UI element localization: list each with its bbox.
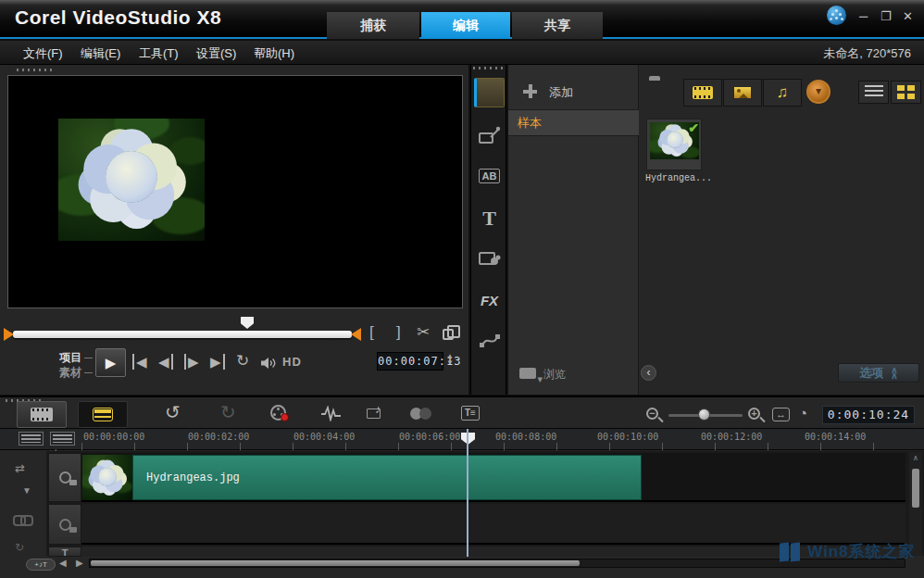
filter-audio-button[interactable]: ♫ <box>763 79 802 107</box>
ruler-tick: 00:00:08:00 <box>495 432 556 442</box>
menu-bar: 文件(F) 编辑(E) 工具(T) 设置(S) 帮助(H) 未命名, 720*5… <box>0 41 924 65</box>
gallery-tool-strip: AB T FX <box>470 65 506 395</box>
media-gallery-button[interactable] <box>474 78 505 107</box>
horizontal-scroll-thumb[interactable] <box>91 560 580 566</box>
add-folder-button[interactable]: 添加 <box>508 80 639 106</box>
mark-out-button[interactable]: ] <box>396 324 401 341</box>
undo-icon[interactable]: ↺ <box>165 402 181 422</box>
scrubber-handle[interactable] <box>241 317 254 329</box>
swap-tracks-icon[interactable]: ⇄ <box>15 461 25 475</box>
record-capture-button[interactable] <box>270 405 286 421</box>
browse-icon[interactable] <box>519 368 536 379</box>
tab-share[interactable]: 共享 <box>512 12 603 39</box>
options-button[interactable]: 选项 ∧∧ <box>838 363 919 383</box>
end-button[interactable]: ▶ <box>210 354 225 371</box>
volume-icon[interactable] <box>260 357 277 370</box>
title-track-header[interactable]: T <box>48 547 81 557</box>
ruler-tick: 00:00:00:00 <box>83 432 144 442</box>
menu-settings[interactable]: 设置(S) <box>196 45 236 62</box>
speed-dial-icon <box>806 80 830 104</box>
track-manager-icon[interactable] <box>50 432 75 446</box>
zoom-in-icon[interactable]: + <box>748 408 760 420</box>
zoom-out-icon[interactable]: − <box>646 408 658 420</box>
record-capture-icon <box>270 405 286 421</box>
subtitle-editor-button[interactable]: T≡ <box>461 406 480 421</box>
menu-tools[interactable]: 工具(T) <box>139 45 179 62</box>
browse-label[interactable]: 浏览 <box>543 367 566 383</box>
menu-file[interactable]: 文件(F) <box>23 45 63 62</box>
playhead-line[interactable] <box>467 429 468 557</box>
fx-icon: FX <box>481 293 498 308</box>
sound-mixer-icon[interactable] <box>320 406 343 421</box>
clip-name: Hydrangeas.jpg <box>146 471 240 484</box>
category-sample[interactable]: 样本 <box>508 109 639 136</box>
chain-link-icon[interactable] <box>13 515 30 522</box>
duration-clock-icon[interactable]: ◔ <box>798 404 807 424</box>
panel-drag-handle[interactable] <box>17 69 56 71</box>
timeline-timecode[interactable]: 0:00:10:24 <box>822 406 915 424</box>
clip-mode-label[interactable]: 素材 <box>59 365 93 381</box>
timeline-clip[interactable]: Hydrangeas.jpg <box>132 455 642 500</box>
ruler-tick: 00:00:12:00 <box>701 432 762 442</box>
menu-edit[interactable]: 编辑(E) <box>81 45 120 62</box>
ripple-edit-button[interactable] <box>410 408 432 420</box>
scroll-right-icon[interactable]: ▶ <box>76 558 83 568</box>
zoom-slider-knob[interactable] <box>698 408 710 421</box>
strip-drag-handle[interactable] <box>473 67 505 69</box>
add-track-button[interactable]: +♪T <box>26 559 56 571</box>
maximize-button[interactable]: ❐ <box>880 8 892 25</box>
scroll-up-icon[interactable]: ∧ <box>909 454 922 462</box>
filter-videos-button[interactable] <box>683 79 722 107</box>
path-gallery-button[interactable] <box>474 326 505 356</box>
collapse-left-button[interactable]: ‹ <box>641 365 656 381</box>
vertical-scroll-thumb[interactable] <box>912 469 919 508</box>
trim-end-marker[interactable] <box>351 328 361 341</box>
timeline-view-button[interactable] <box>78 401 128 428</box>
fit-project-icon[interactable]: ↔ <box>772 408 790 421</box>
grid-view-button[interactable] <box>891 81 921 104</box>
track-dropdown-icon[interactable]: ▼ <box>22 485 31 496</box>
title-gallery-button[interactable]: T <box>474 204 505 233</box>
instant-project-button[interactable] <box>474 120 505 150</box>
menu-help[interactable]: 帮助(H) <box>254 45 294 62</box>
hd-preview-button[interactable]: HD <box>282 355 302 369</box>
graphic-gallery-button[interactable] <box>474 244 505 273</box>
project-mode-label[interactable]: 项目 <box>59 350 93 366</box>
music-filter-icon: ♫ <box>777 83 789 102</box>
list-view-button[interactable] <box>858 81 889 104</box>
timeline-ruler[interactable]: 00:00:00:00 00:00:02:00 00:00:04:00 00:0… <box>0 428 924 450</box>
show-all-tracks-icon[interactable] <box>19 432 44 446</box>
overlay-track-row[interactable] <box>81 504 905 545</box>
media-thumbnail[interactable]: ✔ <box>646 119 702 170</box>
mark-in-button[interactable]: [ <box>369 324 374 341</box>
redo-icon[interactable]: ↻ <box>220 402 236 422</box>
scrubber-bar[interactable] <box>13 331 352 338</box>
filter-gallery-button[interactable]: FX <box>474 285 505 315</box>
tab-edit[interactable]: 编辑 <box>421 12 510 39</box>
filter-photos-button[interactable] <box>723 79 762 107</box>
list-view-icon <box>865 85 883 99</box>
previous-frame-button[interactable]: ◀ <box>158 354 173 371</box>
repeat-button[interactable]: ↻ <box>236 353 249 370</box>
lock-track-icon[interactable]: ↻ <box>15 541 24 554</box>
instant-project-speed-button[interactable] <box>806 80 830 104</box>
preview-timecode[interactable]: 00:00:07:13 <box>377 352 443 371</box>
timecode-stepper[interactable]: ▲▼ <box>445 353 455 366</box>
app-title: Corel VideoStudio X8 <box>15 6 221 29</box>
scroll-left-icon[interactable]: ◀ <box>59 558 67 568</box>
minimize-button[interactable]: ─ <box>859 8 868 25</box>
grab-frame-icon[interactable] <box>443 329 454 340</box>
trim-start-marker[interactable] <box>4 328 14 341</box>
split-clip-icon[interactable]: ✂ <box>417 324 430 341</box>
next-frame-button[interactable]: ▶ <box>184 354 199 371</box>
storyboard-view-button[interactable] <box>17 401 67 428</box>
close-button[interactable]: ✕ <box>903 8 913 25</box>
tab-capture[interactable]: 捕获 <box>327 12 419 39</box>
home-button[interactable]: ◀ <box>132 354 147 371</box>
overlay-track-header[interactable] <box>48 504 81 545</box>
transition-gallery-button[interactable]: AB <box>474 161 505 191</box>
clip-thumbnail[interactable] <box>82 455 132 500</box>
play-button[interactable]: ▶ <box>95 348 126 377</box>
help-globe-icon[interactable] <box>827 6 846 25</box>
video-track-header[interactable] <box>48 453 81 502</box>
